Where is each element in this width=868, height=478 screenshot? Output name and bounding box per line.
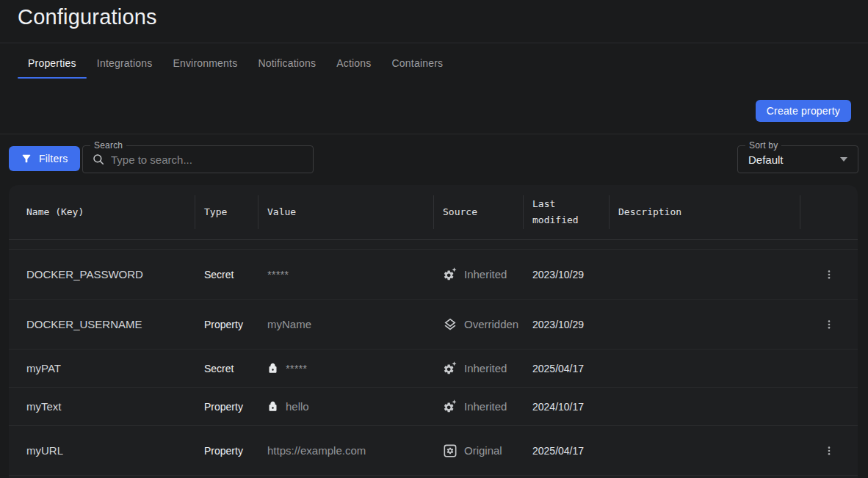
property-source: Inherited <box>464 362 507 374</box>
toolbar-divider <box>0 134 868 134</box>
tab-containers[interactable]: Containers <box>382 46 454 80</box>
property-value-cell: https://example.com <box>258 444 434 457</box>
lock-icon <box>267 401 278 412</box>
property-last-modified: 2025/04/17 <box>524 445 610 457</box>
property-last-modified: 2023/10/29 <box>524 269 610 280</box>
search-icon <box>92 153 105 166</box>
sort-selected-value: Default <box>748 153 840 166</box>
search-field-label: Search <box>90 140 126 151</box>
property-source: Original <box>464 444 502 457</box>
table-row-mytext[interactable]: myText Property hello Inherited 2024/10/… <box>9 388 858 426</box>
property-value: ***** <box>286 362 307 374</box>
table-header-row: Name (Key)TypeValueSourceLast modifiedDe… <box>9 185 858 240</box>
search-field: Search <box>82 145 314 173</box>
property-type: Secret <box>195 269 258 280</box>
property-last-modified: 2025/04/17 <box>524 363 610 374</box>
property-value-cell: myName <box>258 318 434 330</box>
property-value-cell: hello <box>258 400 434 413</box>
gear-sparkle-icon <box>443 399 457 414</box>
tab-label: Notifications <box>258 57 316 69</box>
row-actions-kebab-button[interactable] <box>818 440 840 462</box>
sort-select-label: Sort by <box>745 140 781 151</box>
tab-environments[interactable]: Environments <box>162 46 247 80</box>
row-actions-kebab-button[interactable] <box>818 314 840 336</box>
tab-label: Actions <box>336 57 371 69</box>
property-value: ***** <box>267 268 289 280</box>
tab-label: Integrations <box>97 57 153 69</box>
column-header-actions-spacer <box>800 185 858 239</box>
tab-label: Properties <box>28 57 76 69</box>
tab-bar: PropertiesIntegrationsEnvironmentsNotifi… <box>18 46 453 80</box>
property-value: hello <box>286 400 309 413</box>
row-actions-cell <box>800 314 858 336</box>
lock-icon <box>267 363 278 374</box>
gear-sparkle-icon <box>443 361 457 376</box>
column-header-description[interactable]: Description <box>610 185 800 239</box>
property-source: Inherited <box>464 268 507 280</box>
property-source-cell: Overridden <box>434 317 524 332</box>
property-name: DOCKER_PASSWORD <box>9 268 195 280</box>
property-type: Secret <box>195 363 258 374</box>
tab-actions[interactable]: Actions <box>326 46 381 80</box>
search-input[interactable] <box>111 153 304 166</box>
filters-button-label: Filters <box>39 153 68 164</box>
row-actions-cell <box>800 264 858 286</box>
column-header-type[interactable]: Type <box>195 185 258 239</box>
property-source-cell: Inherited <box>434 399 524 414</box>
column-header-value[interactable]: Value <box>258 185 434 239</box>
table-row-docker-username[interactable]: DOCKER_USERNAME Property myName Overridd… <box>9 300 858 350</box>
tab-notifications[interactable]: Notifications <box>247 46 326 80</box>
sort-select[interactable]: Sort by Default <box>737 145 858 173</box>
property-value: https://example.com <box>267 444 366 457</box>
page-title: Configurations <box>18 5 157 29</box>
property-last-modified: 2024/10/17 <box>524 401 610 413</box>
property-source: Inherited <box>464 400 507 413</box>
property-source-cell: Inherited <box>434 361 524 376</box>
table-body: DOCKER_PASSWORD Secret ***** Inherited 2… <box>9 250 858 476</box>
chevron-down-icon <box>840 157 847 162</box>
property-type: Property <box>195 319 258 330</box>
tab-label: Environments <box>173 57 237 69</box>
create-property-button[interactable]: Create property <box>756 100 851 122</box>
gear-square-icon <box>443 443 457 458</box>
table-row-docker-password[interactable]: DOCKER_PASSWORD Secret ***** Inherited 2… <box>9 250 858 300</box>
row-actions-kebab-button[interactable] <box>818 264 840 286</box>
table-row-mypat[interactable]: myPAT Secret ***** Inherited 2025/04/17 <box>9 350 858 388</box>
property-name: myURL <box>9 444 195 457</box>
configurations-page: Configurations PropertiesIntegrationsEnv… <box>0 0 868 478</box>
properties-table: Name (Key)TypeValueSourceLast modifiedDe… <box>9 185 858 478</box>
column-header-name-key[interactable]: Name (Key) <box>9 185 195 239</box>
tab-properties[interactable]: Properties <box>18 46 87 80</box>
tab-integrations[interactable]: Integrations <box>87 46 163 80</box>
tab-label: Containers <box>392 57 444 69</box>
property-value: myName <box>267 318 311 330</box>
property-name: DOCKER_USERNAME <box>9 318 195 330</box>
property-last-modified: 2023/10/29 <box>524 319 610 330</box>
row-actions-cell <box>800 440 858 462</box>
layers-icon <box>443 317 457 332</box>
filters-button[interactable]: Filters <box>9 146 80 171</box>
table-row-myurl[interactable]: myURL Property https://example.com Origi… <box>9 426 858 476</box>
property-type: Property <box>195 445 258 457</box>
property-name: myPAT <box>9 362 195 374</box>
property-type: Property <box>195 401 258 413</box>
property-value-cell: ***** <box>258 362 434 374</box>
property-name: myText <box>9 400 195 413</box>
property-source-cell: Inherited <box>434 267 524 282</box>
property-source-cell: Original <box>434 443 524 458</box>
app-header: Configurations <box>0 0 868 43</box>
property-value-cell: ***** <box>258 268 434 280</box>
property-source: Overridden <box>464 318 518 330</box>
column-header-source[interactable]: Source <box>434 185 524 239</box>
filter-funnel-icon <box>21 153 32 164</box>
table-header-gap <box>9 240 858 250</box>
column-header-last-modified[interactable]: Last modified <box>524 185 610 239</box>
gear-sparkle-icon <box>443 267 457 282</box>
